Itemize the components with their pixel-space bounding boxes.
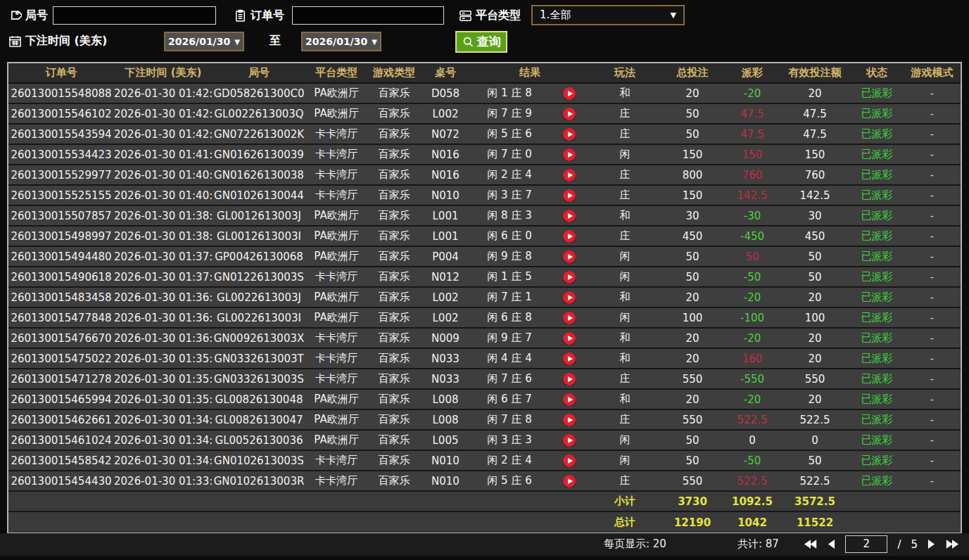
play-video-icon[interactable] [563,352,576,365]
play-video-icon[interactable] [563,128,576,141]
table-row[interactable]: 2601300154544302026-01-30 01:33:59GN0102… [8,471,961,492]
table-row[interactable]: 2601300154610242026-01-30 01:34:37GL0052… [8,431,961,451]
play-video-icon[interactable] [563,414,576,426]
cell-payout: 47.5 [725,108,780,120]
play-video-icon[interactable] [563,210,576,222]
cell-payout: 50 [725,250,780,263]
cell-order-no: 260130015498997 [8,230,114,243]
play-video-icon[interactable] [563,271,576,284]
cell-status: 已派彩 [850,393,904,406]
cell-play [549,87,590,100]
table-row[interactable]: 2601300154944802026-01-30 01:37:45GP0042… [8,247,961,267]
table-row[interactable]: 2601300155480882026-01-30 01:42:28GD0582… [8,84,961,104]
cell-status: 已派彩 [850,189,904,202]
table-row[interactable]: 2601300155344232026-01-30 01:41:14GN0162… [8,145,961,165]
subtotal-valid-bet: 3572.5 [780,495,850,508]
cell-valid-bet: 20 [780,87,850,100]
cell-game-mode: - [904,271,961,284]
date-to-picker[interactable]: 2026/01/30 ▼ [301,32,381,51]
cell-status: 已派彩 [850,107,904,120]
table-row[interactable]: 2601300154989972026-01-30 01:38:07GL0012… [8,227,961,247]
table-row[interactable]: 2601300154834582026-01-30 01:36:44GL0022… [8,288,961,308]
cell-play [549,148,590,161]
subtotal-label: 小计 [590,495,660,508]
play-video-icon[interactable] [563,169,576,182]
first-page-button[interactable] [804,539,818,549]
clipboard-icon [234,9,247,23]
round-no-input[interactable] [53,6,216,25]
per-page-label: 每页显示: 20 [604,537,666,551]
col-game-mode: 游戏模式 [904,66,961,79]
table-row[interactable]: 2601300154712782026-01-30 01:35:38GN0332… [8,369,961,390]
table-row[interactable]: 2601300154750222026-01-30 01:35:59GN0332… [8,349,961,369]
cell-result: 闲 7 庄 9 [470,107,549,120]
cell-game-type: 百家乐 [367,454,421,467]
last-page-button[interactable] [945,539,959,549]
cell-payout: 142.5 [725,189,780,202]
table-row[interactable]: 2601300154659942026-01-30 01:35:09GL0082… [8,390,961,410]
cell-game-type: 百家乐 [367,413,421,426]
play-video-icon[interactable] [563,454,576,467]
play-video-icon[interactable] [563,148,576,161]
cell-table-no: L001 [421,210,470,222]
platform-type-select[interactable]: 1.全部 ▼ [531,5,685,25]
cell-payout: 522.5 [725,414,780,426]
table-row[interactable]: 2601300154585422026-01-30 01:34:23GN0102… [8,451,961,471]
cell-platform: PA欧洲厅 [305,229,367,243]
table-row[interactable]: 2601300155299772026-01-30 01:40:49GN0162… [8,165,961,186]
cell-order-no: 260130015465994 [8,393,114,406]
cell-total-bet: 50 [660,250,725,263]
cell-game-type: 百家乐 [367,87,421,100]
cell-game-type: 百家乐 [367,372,421,386]
col-round-no: 局号 [213,66,305,79]
table-row[interactable]: 2601300154906182026-01-30 01:37:26GN0122… [8,267,961,288]
cell-valid-bet: 30 [780,210,850,222]
col-total-bet: 总投注 [660,66,725,79]
cell-status: 已派彩 [850,352,904,365]
cell-valid-bet: 50 [780,250,850,263]
bets-table: 订单号 下注时间 (美东) 局号 平台类型 游戏类型 桌号 结果 玩法 总投注 … [7,62,962,534]
cell-payout: 522.5 [725,475,780,488]
search-button[interactable]: 查询 [455,31,507,53]
cell-play [549,189,590,202]
order-no-input[interactable] [292,6,444,25]
table-row[interactable]: 2601300154766702026-01-30 01:36:08GN0092… [8,329,961,349]
table-row[interactable]: 2601300154626612026-01-30 01:34:48GL0082… [8,410,961,431]
play-video-icon[interactable] [563,373,576,386]
table-row[interactable]: 2601300155435942026-01-30 01:42:03GN0722… [8,125,961,145]
next-page-button[interactable] [927,539,935,549]
prev-page-button[interactable] [828,539,835,549]
play-video-icon[interactable] [563,87,576,100]
play-video-icon[interactable] [563,475,576,488]
table-row[interactable]: 2601300154778482026-01-30 01:36:13GL0022… [8,308,961,329]
platform-list-icon [459,9,472,23]
cell-payout: 150 [725,148,780,161]
page-number-input[interactable]: 2 [845,535,887,553]
date-from-picker[interactable]: 2026/01/30 ▼ [164,32,244,51]
play-video-icon[interactable] [563,332,576,345]
play-video-icon[interactable] [563,393,576,406]
col-game-type: 游戏类型 [367,66,421,79]
cell-total-bet: 50 [660,128,725,141]
play-video-icon[interactable] [563,250,576,263]
table-row[interactable]: 2601300155251552026-01-30 01:40:23GN0102… [8,186,961,206]
play-video-icon[interactable] [563,189,576,202]
cell-wager: 闲 [590,454,660,467]
cell-round-no: GN01626130038 [213,169,305,182]
play-video-icon[interactable] [563,230,576,243]
play-video-icon[interactable] [563,434,576,447]
cell-bet-time: 2026-01-30 01:42:16 [114,108,213,120]
play-video-icon[interactable] [563,108,576,120]
cell-result: 闲 5 庄 6 [470,474,549,488]
cell-status: 已派彩 [850,209,904,222]
cell-valid-bet: 150 [780,148,850,161]
col-bet-time: 下注时间 (美东) [114,66,213,79]
chevron-down-icon: ▼ [372,38,377,46]
cell-table-no: L002 [421,291,470,304]
cell-result: 闲 1 庄 5 [470,270,549,284]
table-row[interactable]: 2601300155461022026-01-30 01:42:16GL0022… [8,104,961,125]
table-row[interactable]: 2601300155078572026-01-30 01:38:52GL0012… [8,206,961,227]
play-video-icon[interactable] [563,312,576,324]
play-video-icon[interactable] [563,291,576,304]
cell-wager: 和 [590,87,660,100]
